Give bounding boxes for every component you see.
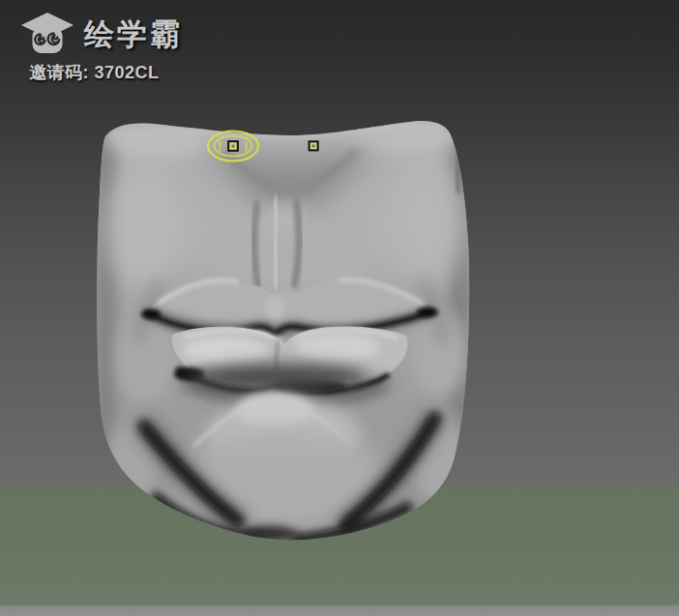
brush-center-point [228,141,238,151]
graduation-cap-icon [19,12,75,56]
sculpted-mouth-model [0,0,679,616]
invite-code-line: 邀请码: 3702CL [29,61,183,84]
sculpt-viewport[interactable] [0,0,679,616]
app-screen: 绘学霸 邀请码: 3702CL [0,0,679,616]
watermark: 绘学霸 邀请码: 3702CL [19,12,183,84]
symmetry-point-marker [310,141,318,150]
brand-logo-row: 绘学霸 [19,12,183,56]
brand-title: 绘学霸 [84,19,183,49]
